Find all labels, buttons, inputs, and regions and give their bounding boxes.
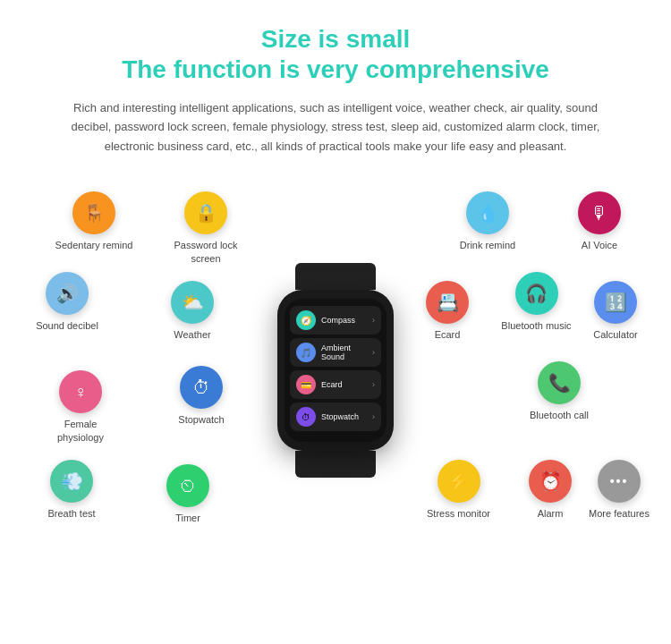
alarm-label: Alarm	[538, 507, 564, 520]
btcall-icon: 📞	[538, 361, 581, 404]
female-label: Female physiology	[40, 418, 121, 444]
feature-alarm: ⏰ Alarm	[519, 460, 582, 520]
breath-icon: 💨	[50, 460, 93, 503]
watch-stopwatch-icon: ⏱	[296, 407, 316, 427]
feature-btmusic: 🎧 Bluetooth music	[498, 272, 574, 332]
drink-label: Drink remind	[460, 239, 515, 251]
stopwatch-label: Stopwatch	[178, 413, 224, 426]
weather-label: Weather	[174, 328, 210, 341]
sedentary-icon: 🪑	[72, 191, 115, 234]
btcall-label: Bluetooth call	[530, 409, 589, 421]
ambient-chevron: ›	[372, 348, 375, 357]
feature-sound: 🔊 Sound decibel	[27, 272, 107, 332]
watch-ecard-label: Ecard	[321, 380, 372, 389]
stress-label: Stress monitor	[427, 507, 490, 520]
watch: 🧭 Compass › 🎵 Ambient Sound › 💳 Ecard › …	[273, 263, 398, 478]
feature-timer: ⏲ Timer	[152, 464, 224, 524]
sedentary-label: Sedentary remind	[55, 239, 133, 251]
password-icon: 🔒	[184, 191, 227, 234]
more-label: More features	[589, 507, 650, 520]
header: Size is small The function is very compr…	[0, 0, 671, 156]
feature-password: 🔒 Password lock screen	[166, 191, 246, 265]
female-icon: ♀	[59, 370, 102, 413]
feature-btcall: 📞 Bluetooth call	[519, 361, 599, 421]
feature-weather: ⛅ Weather	[157, 281, 228, 341]
compass-icon: 🧭	[296, 310, 316, 330]
password-label: Password lock screen	[166, 239, 246, 265]
compass-chevron: ›	[372, 316, 375, 325]
watch-band-bottom	[295, 451, 376, 478]
calculator-icon: 🔢	[594, 281, 637, 324]
title-line2: The function is very comprehensive	[0, 55, 671, 84]
stopwatch-chevron: ›	[372, 412, 375, 421]
ecard-icon: 📇	[426, 281, 469, 324]
description: Rich and interesting intelligent applica…	[0, 98, 671, 156]
stopwatch-icon: ⏱	[180, 366, 223, 409]
ambient-icon: 🎵	[296, 343, 316, 362]
feature-stress: ⚡ Stress monitor	[420, 460, 497, 520]
ecard-label: Ecard	[435, 328, 461, 341]
feature-ecard: 📇 Ecard	[416, 281, 479, 341]
stress-icon: ⚡	[437, 460, 480, 503]
title-line1: Size is small	[0, 25, 671, 54]
feature-breath: 💨 Breath test	[36, 460, 107, 520]
feature-aivoice: 🎙 AI Voice	[564, 191, 635, 251]
watch-menu-ecard: 💳 Ecard ›	[290, 370, 381, 399]
watch-body: 🧭 Compass › 🎵 Ambient Sound › 💳 Ecard › …	[277, 290, 394, 451]
watch-screen: 🧭 Compass › 🎵 Ambient Sound › 💳 Ecard › …	[285, 299, 386, 442]
watch-shadow	[282, 438, 389, 451]
watch-stopwatch-label: Stopwatch	[321, 412, 372, 421]
watch-menu-compass: 🧭 Compass ›	[290, 306, 381, 335]
main-area: 🪑 Sedentary remind 🔒 Password lock scree…	[0, 165, 671, 576]
sound-label: Sound decibel	[36, 319, 98, 332]
aivoice-icon: 🎙	[578, 191, 621, 234]
feature-calculator: 🔢 Calculator	[580, 281, 651, 341]
feature-female: ♀ Female physiology	[40, 370, 121, 444]
feature-drink: 💧 Drink remind	[452, 191, 523, 251]
watch-ecard-icon: 💳	[296, 375, 316, 394]
ecard-chevron: ›	[372, 380, 375, 389]
btmusic-icon: 🎧	[515, 272, 558, 315]
drink-icon: 💧	[466, 191, 509, 234]
alarm-icon: ⏰	[529, 460, 572, 503]
watch-menu-ambient: 🎵 Ambient Sound ›	[290, 338, 381, 367]
feature-sedentary: 🪑 Sedentary remind	[54, 191, 134, 251]
timer-label: Timer	[175, 512, 200, 524]
calculator-label: Calculator	[593, 328, 638, 341]
feature-stopwatch: ⏱ Stopwatch	[166, 366, 237, 426]
sound-icon: 🔊	[46, 272, 89, 315]
ambient-label: Ambient Sound	[321, 343, 372, 361]
timer-icon: ⏲	[166, 464, 209, 507]
aivoice-label: AI Voice	[582, 239, 617, 251]
watch-band-top	[295, 263, 376, 290]
btmusic-label: Bluetooth music	[501, 319, 571, 332]
compass-label: Compass	[321, 316, 372, 325]
watch-menu-stopwatch: ⏱ Stopwatch ›	[290, 402, 381, 431]
more-icon: •••	[598, 460, 641, 503]
breath-label: Breath test	[47, 507, 95, 520]
feature-more: ••• More features	[583, 460, 655, 520]
weather-icon: ⛅	[171, 281, 214, 324]
